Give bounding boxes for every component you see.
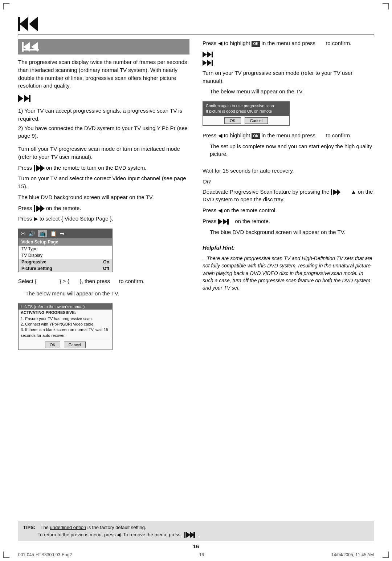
svg-marker-26 bbox=[223, 219, 227, 225]
gray-box-rewind bbox=[18, 39, 189, 55]
hint-item-3: 3. If there is a blank screen on normal … bbox=[21, 327, 110, 338]
svg-marker-7 bbox=[18, 95, 23, 102]
menu-row-picture: Picture Setting Off bbox=[19, 265, 112, 272]
svg-rect-6 bbox=[22, 49, 39, 51]
menu-header: Video Setup Page bbox=[19, 238, 112, 246]
svg-marker-11 bbox=[36, 165, 41, 171]
confirm-text: Confirm again to use progressive scan If… bbox=[203, 102, 289, 116]
or-text: OR bbox=[203, 178, 374, 186]
svg-marker-14 bbox=[36, 205, 41, 212]
svg-rect-21 bbox=[212, 60, 213, 66]
svg-marker-15 bbox=[40, 205, 45, 212]
svg-marker-16 bbox=[203, 52, 207, 57]
menu-row-progressive: Progressive On bbox=[19, 259, 112, 265]
tips-text2: To return to the previous menu, press ◀.… bbox=[38, 532, 180, 537]
ff-icon-2a bbox=[203, 52, 374, 58]
corner-mark-tr bbox=[383, 3, 389, 9]
hints-header: HINTS:(refer to the owner's manual) bbox=[19, 304, 112, 310]
ok-badge-1: OK bbox=[252, 41, 260, 47]
step6: Press ▶ to select { Video Setup Page }. bbox=[18, 215, 189, 223]
confirm-ok-button[interactable]: OK bbox=[224, 117, 241, 124]
page-number: 16 bbox=[193, 543, 199, 549]
step5: Press on the remote. bbox=[18, 204, 189, 212]
svg-marker-24 bbox=[337, 189, 340, 195]
right-column: Press ◀ to highlight OK in the menu and … bbox=[203, 39, 374, 514]
svg-rect-13 bbox=[34, 205, 35, 212]
svg-rect-27 bbox=[227, 219, 229, 225]
corner-mark-bl bbox=[3, 552, 9, 558]
menu-row-tvdisplay: TV Display bbox=[19, 252, 112, 259]
blue-screen: The blue DVD background screen will appe… bbox=[210, 228, 374, 236]
svg-rect-18 bbox=[212, 52, 213, 57]
confirm-box: Confirm again to use progressive scan If… bbox=[203, 101, 290, 126]
step1: Turn off your TV progressive scan mode o… bbox=[18, 145, 189, 161]
hints-list: 1. Ensure your TV has progressive scan. … bbox=[19, 315, 112, 340]
svg-marker-0 bbox=[20, 17, 28, 31]
deactivate-text: Deactivate Progressive Scan feature by p… bbox=[203, 188, 374, 204]
doc-id: 001-045-HTS3300-93-Eng2 bbox=[18, 552, 72, 557]
date-stamp: 14/04/2005, 11:45 AM bbox=[331, 552, 374, 557]
corner-mark-tl bbox=[3, 3, 9, 9]
menu-screenshot: ✂ 🔊 📺 📋 ➡ Video Setup Page TV Type TV Di… bbox=[18, 229, 113, 272]
hints-buttons: OK Cancel bbox=[19, 340, 112, 350]
svg-rect-31 bbox=[193, 532, 195, 538]
tips-label: TIPS: bbox=[23, 525, 35, 530]
press-left: Press ◀ on the remote control. bbox=[203, 206, 374, 214]
requirements-list: 1) Your TV can accept progressive signal… bbox=[18, 107, 189, 141]
confirm-line-2: If picture is good press OK on remote bbox=[206, 109, 286, 114]
svg-marker-8 bbox=[24, 95, 29, 102]
select-line: Select { } > { }, then press to confirm. bbox=[18, 277, 189, 285]
svg-marker-12 bbox=[40, 165, 45, 171]
svg-marker-29 bbox=[186, 532, 191, 538]
svg-rect-28 bbox=[184, 532, 185, 538]
press-ffwd: Press on the remote. bbox=[203, 217, 374, 225]
step-b: Turn on your TV progressive scan mode (r… bbox=[203, 69, 374, 85]
ok-badge-2: OK bbox=[252, 133, 260, 140]
svg-rect-10 bbox=[34, 165, 35, 171]
page-footer: 001-045-HTS3300-93-Eng2 16 14/04/2005, 1… bbox=[18, 552, 374, 557]
svg-rect-9 bbox=[29, 95, 30, 102]
top-rewind-icon bbox=[18, 15, 39, 34]
hints-box: HINTS:(refer to the owner's manual) ACTI… bbox=[18, 303, 113, 350]
svg-marker-20 bbox=[207, 60, 212, 66]
svg-marker-19 bbox=[203, 60, 207, 66]
confirm-line-1: Confirm again to use progressive scan bbox=[206, 103, 286, 109]
req-item-1: 1) Your TV can accept progressive signal… bbox=[18, 107, 189, 123]
tips-bar: TIPS: The underlined option is the facto… bbox=[18, 521, 374, 541]
ff-icon-2b bbox=[203, 60, 374, 67]
hints-cancel-button[interactable]: Cancel bbox=[64, 342, 86, 348]
hints-ok-button[interactable]: OK bbox=[45, 342, 60, 348]
svg-marker-17 bbox=[207, 52, 212, 57]
ff-icon-1 bbox=[18, 95, 189, 103]
confirm-cancel-button[interactable]: Cancel bbox=[245, 117, 268, 124]
helpful-hint-header: Helpful Hint: bbox=[203, 244, 374, 252]
step4: The blue DVD background screen will appe… bbox=[18, 193, 189, 201]
page-num-right: 16 bbox=[199, 552, 204, 557]
svg-marker-25 bbox=[218, 219, 222, 225]
tips-text1: The underlined option is the factory def… bbox=[40, 525, 146, 530]
left-column: The progressive scan display twice the n… bbox=[18, 39, 189, 514]
step3: Turn on your TV and select the correct V… bbox=[18, 174, 189, 190]
step-a: Press ◀ to highlight OK in the menu and … bbox=[203, 39, 374, 47]
svg-rect-2 bbox=[18, 17, 20, 31]
step-c-label: The below menu will appear on the TV. bbox=[210, 88, 374, 96]
req-item-2: 2) You have connected the DVD system to … bbox=[18, 124, 189, 140]
helpful-hint-text: – There are some progressive scan TV and… bbox=[203, 255, 374, 291]
svg-marker-1 bbox=[29, 17, 38, 31]
hint-item-1: 1. Ensure your TV has progressive scan. bbox=[21, 316, 110, 322]
menu-row-tvtype: TV Type bbox=[19, 246, 112, 252]
auto-recovery: Wait for 15 seconds for auto recovery. bbox=[203, 167, 374, 175]
svg-marker-23 bbox=[333, 189, 338, 195]
step-d: Press ◀ to highlight OK in the menu and … bbox=[203, 132, 374, 140]
confirm-buttons: OK Cancel bbox=[203, 116, 289, 125]
corner-mark-br bbox=[383, 552, 389, 558]
below-menu-text: The below menu will appear on the TV. bbox=[25, 290, 189, 298]
step-e: The set up is complete now and you can s… bbox=[210, 142, 374, 158]
hint-item-2: 2. Connect with YPbPr(GBR) video cable. bbox=[21, 322, 110, 327]
intro-text: The progressive scan display twice the n… bbox=[18, 58, 189, 90]
step2: Press on the remote to turn on the DVD s… bbox=[18, 164, 189, 172]
hints-subheader: ACTIVATING PROGRESSIVE: bbox=[19, 310, 112, 315]
svg-rect-22 bbox=[331, 189, 332, 195]
top-rule bbox=[18, 35, 374, 35]
